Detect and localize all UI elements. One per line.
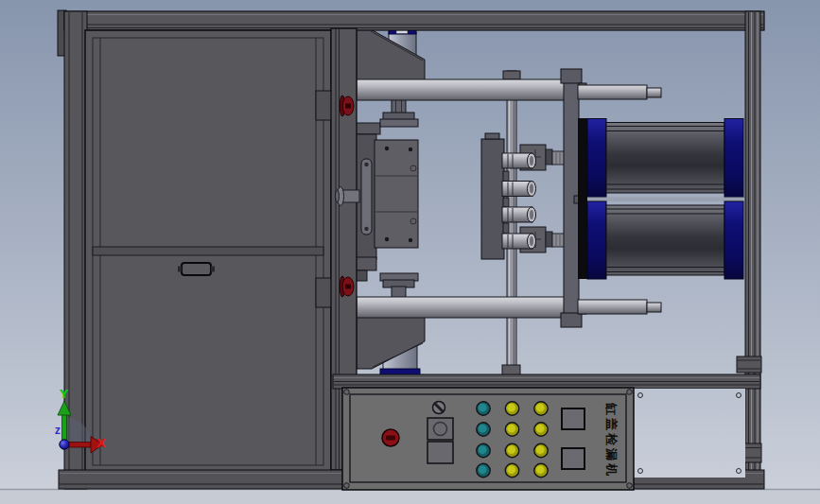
- control-panel[interactable]: [342, 388, 634, 490]
- indicator-light-core: [507, 465, 515, 474]
- model-view[interactable]: Y X Z: [0, 0, 820, 504]
- enclosure-door[interactable]: [85, 30, 332, 475]
- pneumatic-cylinder-bottom: [587, 201, 743, 279]
- open-frame-bay: [634, 389, 745, 478]
- floor: [0, 489, 820, 504]
- top-rail: [64, 11, 764, 30]
- rail-screw: [364, 227, 368, 231]
- square-button-bottom[interactable]: [427, 442, 453, 463]
- indicator-light-core: [536, 425, 545, 433]
- indicator-light-core: [507, 445, 515, 454]
- indicator-light-core: [507, 425, 515, 433]
- fixture-clamp-handle[interactable]: [336, 187, 360, 206]
- panel-screw: [627, 390, 633, 395]
- mid-rail: [333, 374, 760, 389]
- z-axis-ball[interactable]: [60, 440, 69, 449]
- bottom-guide-shaft[interactable]: [357, 297, 566, 318]
- door-handle[interactable]: [178, 263, 215, 275]
- x-axis-label: X: [96, 436, 106, 450]
- clamp-knob-bottom[interactable]: [340, 276, 354, 297]
- indicator-light-core: [536, 465, 545, 474]
- indicator-light-core: [536, 404, 545, 412]
- square-button-top[interactable]: [427, 418, 453, 440]
- z-axis-label: Z: [55, 427, 61, 436]
- y-axis-label: Y: [59, 387, 69, 401]
- indicator-light-core: [479, 404, 487, 412]
- top-guide-shaft[interactable]: [357, 79, 566, 100]
- pneumatic-cylinder-top: [587, 119, 743, 198]
- rail-screw: [364, 163, 368, 166]
- panel-screw: [627, 483, 633, 489]
- door-hinge-bottom: [316, 278, 332, 307]
- emergency-stop-button[interactable]: [382, 429, 399, 446]
- cylinder-gap: [587, 198, 743, 202]
- cad-viewport[interactable]: Y X Z 缸盖检漏机: [0, 0, 820, 504]
- selector-switch[interactable]: [433, 402, 445, 414]
- door-hinge-top: [316, 91, 332, 120]
- indicator-light-core: [536, 445, 545, 454]
- door-divider: [93, 247, 323, 255]
- pneumatic-cylinders[interactable]: [578, 118, 743, 279]
- indicator-light-core: [507, 404, 515, 412]
- indicator-light-core: [479, 465, 487, 474]
- fixture-plate: [375, 140, 418, 248]
- clamp-knob-top[interactable]: [340, 96, 354, 116]
- linear-guide-rail: [361, 159, 372, 235]
- panel-screw: [344, 483, 350, 489]
- panel-screw: [344, 390, 350, 395]
- indicator-light-core: [479, 445, 487, 454]
- panel-button-a[interactable]: [562, 408, 584, 429]
- indicator-light-core: [479, 425, 487, 433]
- panel-button-b[interactable]: [562, 448, 584, 469]
